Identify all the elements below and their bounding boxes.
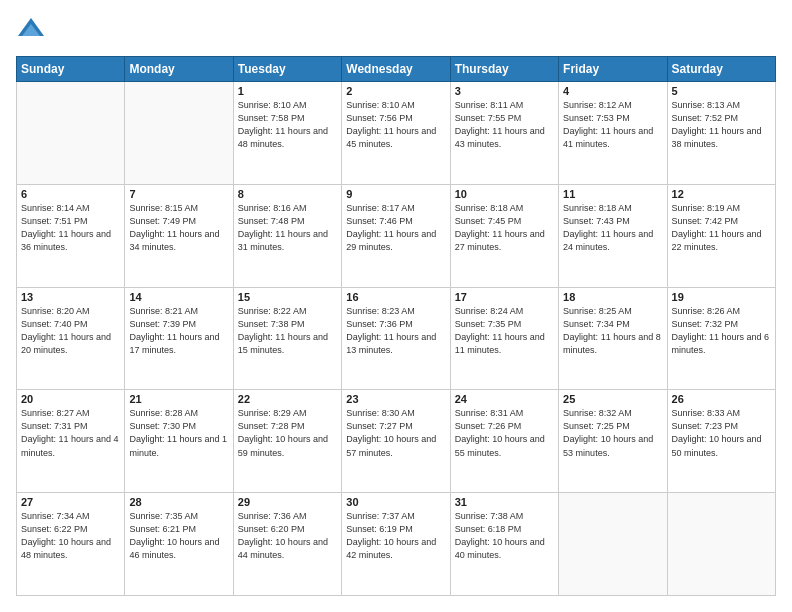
- calendar-header-friday: Friday: [559, 57, 667, 82]
- calendar-cell: 3Sunrise: 8:11 AM Sunset: 7:55 PM Daylig…: [450, 82, 558, 185]
- calendar-cell: 27Sunrise: 7:34 AM Sunset: 6:22 PM Dayli…: [17, 493, 125, 596]
- day-number: 22: [238, 393, 337, 405]
- calendar-cell: 29Sunrise: 7:36 AM Sunset: 6:20 PM Dayli…: [233, 493, 341, 596]
- day-info: Sunrise: 8:29 AM Sunset: 7:28 PM Dayligh…: [238, 407, 337, 459]
- calendar-header-row: SundayMondayTuesdayWednesdayThursdayFrid…: [17, 57, 776, 82]
- day-info: Sunrise: 8:10 AM Sunset: 7:56 PM Dayligh…: [346, 99, 445, 151]
- day-info: Sunrise: 8:24 AM Sunset: 7:35 PM Dayligh…: [455, 305, 554, 357]
- calendar-cell: 15Sunrise: 8:22 AM Sunset: 7:38 PM Dayli…: [233, 287, 341, 390]
- calendar-cell: 2Sunrise: 8:10 AM Sunset: 7:56 PM Daylig…: [342, 82, 450, 185]
- day-number: 1: [238, 85, 337, 97]
- calendar-cell: 31Sunrise: 7:38 AM Sunset: 6:18 PM Dayli…: [450, 493, 558, 596]
- calendar-cell: 6Sunrise: 8:14 AM Sunset: 7:51 PM Daylig…: [17, 184, 125, 287]
- logo-icon: [16, 16, 46, 46]
- day-number: 8: [238, 188, 337, 200]
- day-info: Sunrise: 7:35 AM Sunset: 6:21 PM Dayligh…: [129, 510, 228, 562]
- calendar-cell: 24Sunrise: 8:31 AM Sunset: 7:26 PM Dayli…: [450, 390, 558, 493]
- day-info: Sunrise: 8:23 AM Sunset: 7:36 PM Dayligh…: [346, 305, 445, 357]
- day-number: 3: [455, 85, 554, 97]
- calendar-cell: 19Sunrise: 8:26 AM Sunset: 7:32 PM Dayli…: [667, 287, 775, 390]
- day-number: 15: [238, 291, 337, 303]
- day-info: Sunrise: 8:18 AM Sunset: 7:45 PM Dayligh…: [455, 202, 554, 254]
- day-info: Sunrise: 8:11 AM Sunset: 7:55 PM Dayligh…: [455, 99, 554, 151]
- calendar-header-saturday: Saturday: [667, 57, 775, 82]
- day-info: Sunrise: 8:16 AM Sunset: 7:48 PM Dayligh…: [238, 202, 337, 254]
- calendar-cell: [17, 82, 125, 185]
- page: SundayMondayTuesdayWednesdayThursdayFrid…: [0, 0, 792, 612]
- day-info: Sunrise: 8:17 AM Sunset: 7:46 PM Dayligh…: [346, 202, 445, 254]
- day-number: 14: [129, 291, 228, 303]
- day-number: 6: [21, 188, 120, 200]
- calendar-week-4: 20Sunrise: 8:27 AM Sunset: 7:31 PM Dayli…: [17, 390, 776, 493]
- day-info: Sunrise: 8:14 AM Sunset: 7:51 PM Dayligh…: [21, 202, 120, 254]
- calendar-cell: 20Sunrise: 8:27 AM Sunset: 7:31 PM Dayli…: [17, 390, 125, 493]
- calendar-cell: 7Sunrise: 8:15 AM Sunset: 7:49 PM Daylig…: [125, 184, 233, 287]
- calendar-week-1: 1Sunrise: 8:10 AM Sunset: 7:58 PM Daylig…: [17, 82, 776, 185]
- day-number: 5: [672, 85, 771, 97]
- day-number: 27: [21, 496, 120, 508]
- calendar-cell: 25Sunrise: 8:32 AM Sunset: 7:25 PM Dayli…: [559, 390, 667, 493]
- logo: [16, 16, 50, 46]
- calendar-cell: 10Sunrise: 8:18 AM Sunset: 7:45 PM Dayli…: [450, 184, 558, 287]
- day-number: 2: [346, 85, 445, 97]
- day-number: 10: [455, 188, 554, 200]
- calendar-week-2: 6Sunrise: 8:14 AM Sunset: 7:51 PM Daylig…: [17, 184, 776, 287]
- day-number: 16: [346, 291, 445, 303]
- calendar-cell: 22Sunrise: 8:29 AM Sunset: 7:28 PM Dayli…: [233, 390, 341, 493]
- day-number: 19: [672, 291, 771, 303]
- day-info: Sunrise: 8:31 AM Sunset: 7:26 PM Dayligh…: [455, 407, 554, 459]
- day-number: 12: [672, 188, 771, 200]
- day-info: Sunrise: 8:27 AM Sunset: 7:31 PM Dayligh…: [21, 407, 120, 459]
- day-info: Sunrise: 8:32 AM Sunset: 7:25 PM Dayligh…: [563, 407, 662, 459]
- calendar-cell: 1Sunrise: 8:10 AM Sunset: 7:58 PM Daylig…: [233, 82, 341, 185]
- day-number: 9: [346, 188, 445, 200]
- day-info: Sunrise: 8:12 AM Sunset: 7:53 PM Dayligh…: [563, 99, 662, 151]
- day-number: 29: [238, 496, 337, 508]
- day-info: Sunrise: 8:18 AM Sunset: 7:43 PM Dayligh…: [563, 202, 662, 254]
- day-number: 26: [672, 393, 771, 405]
- day-number: 25: [563, 393, 662, 405]
- calendar-cell: [559, 493, 667, 596]
- calendar-header-sunday: Sunday: [17, 57, 125, 82]
- day-number: 30: [346, 496, 445, 508]
- day-number: 4: [563, 85, 662, 97]
- day-info: Sunrise: 8:30 AM Sunset: 7:27 PM Dayligh…: [346, 407, 445, 459]
- day-number: 20: [21, 393, 120, 405]
- day-number: 23: [346, 393, 445, 405]
- calendar-cell: [125, 82, 233, 185]
- day-info: Sunrise: 7:34 AM Sunset: 6:22 PM Dayligh…: [21, 510, 120, 562]
- calendar-header-monday: Monday: [125, 57, 233, 82]
- calendar-week-5: 27Sunrise: 7:34 AM Sunset: 6:22 PM Dayli…: [17, 493, 776, 596]
- day-number: 7: [129, 188, 228, 200]
- calendar-cell: 9Sunrise: 8:17 AM Sunset: 7:46 PM Daylig…: [342, 184, 450, 287]
- day-info: Sunrise: 8:10 AM Sunset: 7:58 PM Dayligh…: [238, 99, 337, 151]
- calendar-cell: 30Sunrise: 7:37 AM Sunset: 6:19 PM Dayli…: [342, 493, 450, 596]
- calendar-cell: 14Sunrise: 8:21 AM Sunset: 7:39 PM Dayli…: [125, 287, 233, 390]
- calendar-cell: 16Sunrise: 8:23 AM Sunset: 7:36 PM Dayli…: [342, 287, 450, 390]
- day-number: 11: [563, 188, 662, 200]
- day-info: Sunrise: 8:20 AM Sunset: 7:40 PM Dayligh…: [21, 305, 120, 357]
- day-info: Sunrise: 8:26 AM Sunset: 7:32 PM Dayligh…: [672, 305, 771, 357]
- calendar-cell: 8Sunrise: 8:16 AM Sunset: 7:48 PM Daylig…: [233, 184, 341, 287]
- day-info: Sunrise: 7:37 AM Sunset: 6:19 PM Dayligh…: [346, 510, 445, 562]
- day-info: Sunrise: 8:21 AM Sunset: 7:39 PM Dayligh…: [129, 305, 228, 357]
- day-number: 18: [563, 291, 662, 303]
- day-info: Sunrise: 8:22 AM Sunset: 7:38 PM Dayligh…: [238, 305, 337, 357]
- day-info: Sunrise: 7:36 AM Sunset: 6:20 PM Dayligh…: [238, 510, 337, 562]
- day-number: 31: [455, 496, 554, 508]
- day-number: 21: [129, 393, 228, 405]
- day-number: 17: [455, 291, 554, 303]
- calendar-cell: 21Sunrise: 8:28 AM Sunset: 7:30 PM Dayli…: [125, 390, 233, 493]
- calendar-cell: 23Sunrise: 8:30 AM Sunset: 7:27 PM Dayli…: [342, 390, 450, 493]
- day-info: Sunrise: 8:33 AM Sunset: 7:23 PM Dayligh…: [672, 407, 771, 459]
- calendar-cell: 28Sunrise: 7:35 AM Sunset: 6:21 PM Dayli…: [125, 493, 233, 596]
- calendar-header-tuesday: Tuesday: [233, 57, 341, 82]
- calendar-cell: 26Sunrise: 8:33 AM Sunset: 7:23 PM Dayli…: [667, 390, 775, 493]
- calendar-cell: 12Sunrise: 8:19 AM Sunset: 7:42 PM Dayli…: [667, 184, 775, 287]
- calendar-header-thursday: Thursday: [450, 57, 558, 82]
- day-info: Sunrise: 8:15 AM Sunset: 7:49 PM Dayligh…: [129, 202, 228, 254]
- day-number: 28: [129, 496, 228, 508]
- day-info: Sunrise: 8:28 AM Sunset: 7:30 PM Dayligh…: [129, 407, 228, 459]
- calendar-cell: 18Sunrise: 8:25 AM Sunset: 7:34 PM Dayli…: [559, 287, 667, 390]
- calendar-cell: 11Sunrise: 8:18 AM Sunset: 7:43 PM Dayli…: [559, 184, 667, 287]
